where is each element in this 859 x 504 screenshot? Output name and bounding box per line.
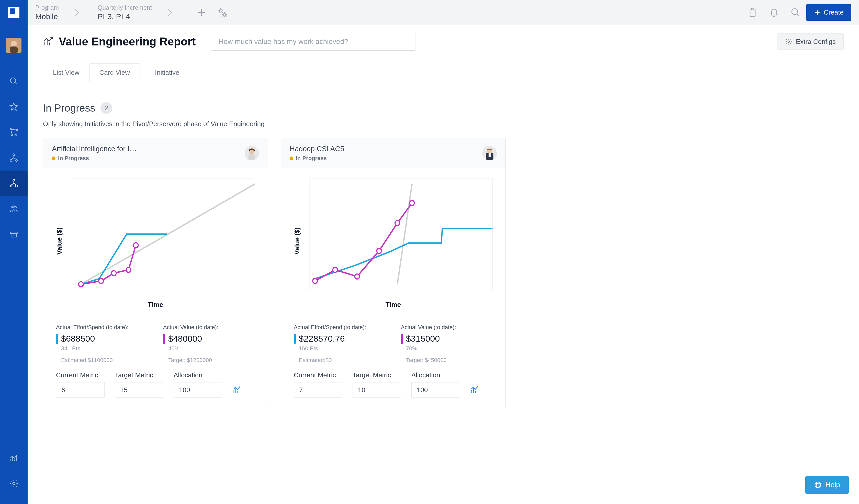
effort-label: Actual Effort/Spend (to date):	[56, 324, 148, 331]
owner-avatar[interactable]	[482, 146, 497, 160]
svg-point-72	[377, 249, 381, 253]
svg-point-25	[11, 207, 13, 208]
svg-point-74	[410, 201, 414, 206]
settings-icon[interactable]	[0, 471, 28, 497]
allocation-label: Allocation	[411, 371, 460, 379]
actual-footer: Target: $1200000	[168, 357, 255, 364]
current-metric-label: Current Metric	[294, 371, 342, 379]
app-logo[interactable]	[0, 0, 28, 25]
svg-point-20	[10, 185, 12, 187]
allocation-label: Allocation	[174, 371, 222, 379]
tab-initiative-select[interactable]: Initiative	[145, 63, 255, 82]
svg-point-71	[355, 274, 359, 279]
svg-point-55	[78, 282, 83, 287]
value-chart	[289, 176, 498, 298]
effort-sub: 341 Pts	[61, 345, 148, 352]
initiative-card: Hadoop CSI AC5 In Progress Value ($)	[281, 138, 506, 408]
star-icon[interactable]	[0, 94, 28, 120]
help-button[interactable]: Help	[805, 476, 849, 494]
svg-point-15	[16, 160, 18, 162]
chart-xlabel: Time	[289, 301, 498, 309]
extra-configs-label: Extra Configs	[796, 38, 836, 46]
svg-point-73	[395, 221, 400, 226]
target-metric-label: Target Metric	[352, 371, 401, 379]
svg-line-4	[15, 82, 17, 85]
chart-xlabel: Time	[51, 301, 260, 309]
effort-footer: Estimated:$0	[299, 357, 386, 364]
breadcrumb-label: Quarterly Increment	[97, 4, 152, 11]
reports-icon[interactable]	[0, 445, 28, 471]
allocation-input[interactable]: 100	[411, 382, 460, 397]
create-button[interactable]: Create	[807, 4, 852, 21]
chevron-right-icon	[167, 8, 173, 17]
current-metric-input[interactable]: 7	[294, 382, 342, 397]
effort-value: $688500	[61, 334, 95, 344]
hierarchy-icon[interactable]	[0, 145, 28, 171]
nodes-icon[interactable]	[0, 120, 28, 145]
svg-line-18	[14, 158, 17, 160]
svg-point-35	[13, 483, 15, 485]
card-header[interactable]: Artificial Intelligence for I… In Progre…	[43, 138, 268, 168]
actual-value: $480000	[168, 334, 202, 344]
tab-list-view[interactable]: List View	[43, 63, 89, 82]
svg-point-3	[11, 78, 16, 83]
svg-point-42	[792, 9, 798, 15]
effort-value: $228570.76	[299, 334, 345, 344]
svg-line-82	[816, 486, 817, 487]
chart-details-icon[interactable]	[232, 385, 242, 394]
bell-icon[interactable]	[769, 7, 779, 18]
extra-configs-button[interactable]: Extra Configs	[777, 33, 844, 50]
svg-point-69	[313, 279, 317, 284]
svg-line-68	[397, 184, 412, 284]
gears-icon[interactable]	[217, 7, 228, 18]
tab-card-view[interactable]: Card View	[89, 63, 140, 82]
svg-rect-67	[310, 178, 493, 290]
search-icon[interactable]	[0, 68, 28, 94]
svg-point-26	[13, 206, 15, 207]
hierarchy-alt-icon[interactable]	[0, 171, 28, 196]
svg-line-43	[797, 14, 799, 16]
owner-avatar[interactable]	[245, 146, 259, 160]
svg-point-14	[10, 160, 12, 162]
chart-details-icon[interactable]	[470, 385, 479, 394]
svg-rect-52	[248, 154, 255, 160]
page-title: Value Engineering Report	[59, 35, 196, 48]
svg-line-81	[819, 483, 820, 484]
breadcrumb-value: Mobile	[35, 12, 59, 21]
svg-point-38	[220, 10, 222, 12]
target-metric-input[interactable]: 15	[115, 382, 163, 397]
section-subtitle: Only showing Initiatives in the Pivot/Pe…	[43, 120, 844, 128]
allocation-input[interactable]: 100	[174, 382, 222, 397]
current-metric-input[interactable]: 6	[56, 382, 105, 397]
target-metric-input[interactable]: 10	[352, 382, 401, 397]
breadcrumb-increment[interactable]: Quarterly Increment PI-3, PI-4	[97, 4, 152, 21]
svg-point-57	[111, 271, 116, 276]
search-input[interactable]	[211, 33, 416, 50]
report-icon	[43, 36, 54, 47]
card-header[interactable]: Hadoop CSI AC5 In Progress	[281, 138, 506, 168]
status-label: In Progress	[58, 155, 89, 162]
svg-line-11	[11, 129, 12, 135]
breadcrumb-value: PI-3, PI-4	[97, 12, 152, 21]
svg-line-54	[81, 184, 255, 284]
status-label: In Progress	[296, 155, 327, 162]
svg-line-23	[11, 183, 14, 185]
svg-line-10	[11, 129, 17, 130]
people-icon[interactable]	[0, 196, 28, 222]
effort-label: Actual Effort/Spend (to date):	[294, 324, 386, 331]
actual-footer: Target: $450000	[406, 357, 493, 364]
svg-point-79	[817, 484, 819, 486]
user-avatar[interactable]	[6, 38, 21, 53]
svg-point-13	[13, 154, 15, 156]
svg-line-17	[11, 158, 14, 160]
left-sidebar	[0, 0, 28, 504]
card-title: Artificial Intelligence for I…	[52, 145, 240, 153]
svg-point-49	[788, 41, 789, 43]
search-top-icon[interactable]	[790, 7, 801, 18]
value-label: Actual Value (to date):	[163, 324, 255, 331]
archive-icon[interactable]	[0, 222, 28, 247]
breadcrumb-program[interactable]: Program Mobile	[35, 4, 59, 21]
clipboard-icon[interactable]	[748, 7, 758, 18]
actual-value: $315000	[406, 334, 440, 344]
plus-icon[interactable]	[196, 7, 207, 18]
